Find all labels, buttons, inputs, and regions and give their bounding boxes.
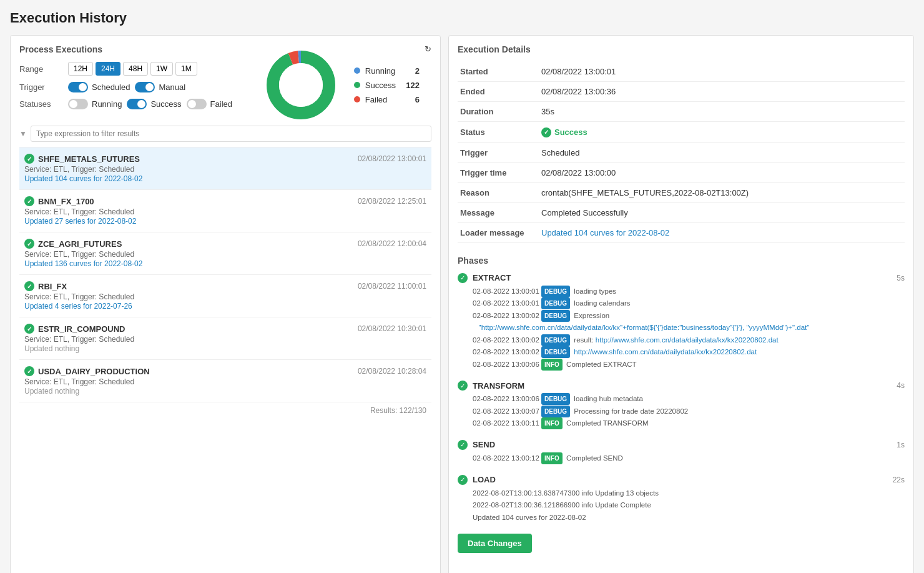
svg-point-3 [279, 63, 323, 107]
range-24h-button[interactable]: 24H [96, 62, 120, 76]
reason-label: Reason [458, 182, 539, 202]
log-line: 02-08-2022 13:00:06 DEBUG loading hub me… [473, 393, 905, 406]
exec-item-zce[interactable]: ✓ ZCE_AGRI_FUTURES 02/08/2022 12:00:04 S… [19, 232, 431, 275]
exec-msg-shfe: Updated 104 curves for 2022-08-02 [24, 174, 426, 183]
exec-name-bnm: ✓ BNM_FX_1700 [24, 196, 94, 206]
range-12h-button[interactable]: 12H [68, 62, 93, 76]
status-value: ✓ Success [539, 122, 905, 143]
log-time: 02-08-2022 13:00:02 [473, 348, 539, 356]
trigger-label: Trigger [19, 82, 63, 92]
exec-name-rbi: ✓ RBI_FX [24, 281, 67, 291]
legend-success-label: Success [365, 81, 396, 90]
ended-value: 02/08/2022 13:00:36 [539, 82, 905, 102]
legend-success-count: 122 [401, 81, 420, 90]
exec-meta-estr: Service: ETL, Trigger: Scheduled [24, 335, 426, 344]
range-buttons: 12H 24H 48H 1W 1M [68, 62, 197, 76]
loader-message-label: Loader message [458, 222, 539, 242]
detail-ended: Ended 02/08/2022 13:00:36 [458, 82, 905, 102]
bottom-name-label: Name [458, 568, 539, 573]
check-icon-usda: ✓ [24, 366, 34, 376]
exec-meta-bnm: Service: ETL, Trigger: Scheduled [24, 207, 426, 216]
log-line: 02-08-2022 13:00:06 INFO Completed EXTRA… [473, 359, 905, 371]
phase-transform-name: TRANSFORM [473, 381, 524, 391]
badge-debug: DEBUG [541, 310, 570, 322]
badge-info: INFO [541, 417, 563, 429]
range-48h-button[interactable]: 48H [123, 62, 148, 76]
log-link: http://www.shfe.com.cn/data/dailydata/kx… [596, 336, 779, 344]
donut-chart [260, 44, 342, 126]
running-toggle[interactable] [68, 99, 88, 109]
exec-item-usda[interactable]: ✓ USDA_DAIRY_PRODUCTION 02/08/2022 10:28… [19, 360, 431, 402]
badge-debug: DEBUG [541, 286, 570, 297]
exec-item-rbi[interactable]: ✓ RBI_FX 02/08/2022 11:00:01 Service: ET… [19, 275, 431, 317]
log-line: Updated 104 curves for 2022-08-02 [473, 512, 905, 524]
range-1w-button[interactable]: 1W [150, 62, 173, 76]
phase-extract: ✓ EXTRACT 5s 02-08-2022 13:00:01 DEBUG l… [458, 273, 905, 371]
scheduled-toggle[interactable] [68, 82, 88, 92]
phase-send-check: ✓ [458, 440, 468, 450]
phases-title: Phases [458, 256, 905, 266]
legend-failed: Failed 6 [354, 95, 420, 104]
running-dot [354, 67, 360, 74]
phase-extract-duration: 5s [897, 274, 905, 282]
phase-extract-logs: 02-08-2022 13:00:01 DEBUG loading types … [473, 286, 905, 371]
phase-send-name: SEND [473, 440, 495, 449]
log-line: 02-08-2022 13:00:12 INFO Completed SEND [473, 452, 905, 465]
status-success-badge: ✓ Success [541, 127, 587, 137]
phase-extract-name: EXTRACT [473, 273, 511, 282]
running-label: Running [92, 99, 122, 109]
filter-icon: ▼ [19, 129, 27, 138]
manual-toggle[interactable] [135, 82, 155, 92]
legend-failed-label: Failed [365, 95, 387, 104]
bottom-name-value: SHFE METALS FUTURES [539, 568, 905, 573]
log-line: 2022-08-02T13:00:13.638747300 info Updat… [473, 487, 905, 500]
log-time: 02-08-2022 13:00:01 [473, 299, 539, 307]
data-changes-button[interactable]: Data Changes [458, 534, 532, 553]
exec-header-bnm: ✓ BNM_FX_1700 02/08/2022 12:25:01 [24, 196, 426, 206]
exec-time-shfe: 02/08/2022 13:00:01 [358, 154, 426, 163]
log-line: 02-08-2022 13:00:02 DEBUG Expression [473, 310, 905, 322]
check-icon-bnm: ✓ [24, 196, 34, 206]
log-link: http://www.shfe.com.cn/data/dailydata/kx… [574, 348, 757, 356]
exec-item-estr[interactable]: ✓ ESTR_IR_COMPOUND 02/08/2022 10:30:01 S… [19, 317, 431, 360]
exec-time-bnm: 02/08/2022 12:25:01 [358, 197, 426, 206]
phase-send: ✓ SEND 1s 02-08-2022 13:00:12 INFO Compl… [458, 440, 905, 465]
trigger-scheduled-group: Scheduled [68, 82, 130, 92]
badge-debug: DEBUG [541, 346, 570, 358]
exec-meta-zce: Service: ETL, Trigger: Scheduled [24, 250, 426, 259]
executions-list: ✓ SHFE_METALS_FUTURES 02/08/2022 13:00:0… [19, 147, 431, 402]
phase-load-check: ✓ [458, 475, 468, 485]
filter-row: ▼ [19, 126, 431, 142]
log-line: 02-08-2022 13:00:02 DEBUG http://www.shf… [473, 346, 905, 359]
success-toggle[interactable] [127, 99, 147, 109]
trigger-detail-value: Scheduled [539, 142, 905, 162]
legend-success: Success 122 [354, 81, 420, 90]
controls-left: Process Executions Range 12H 24H 48H 1W … [19, 44, 254, 116]
failed-toggle[interactable] [187, 99, 207, 109]
check-icon-rbi: ✓ [24, 281, 34, 291]
message-label: Message [458, 202, 539, 222]
exec-time-estr: 02/08/2022 10:30:01 [358, 324, 426, 333]
detail-trigger: Trigger Scheduled [458, 142, 905, 162]
exec-header-zce: ✓ ZCE_AGRI_FUTURES 02/08/2022 12:00:04 [24, 239, 426, 249]
exec-item-shfe[interactable]: ✓ SHFE_METALS_FUTURES 02/08/2022 13:00:0… [19, 147, 431, 190]
phase-load-header: ✓ LOAD 22s [458, 475, 905, 485]
manual-label: Manual [159, 82, 185, 92]
phase-load-name: LOAD [473, 475, 496, 484]
log-line: 02-08-2022 13:00:01 DEBUG loading calend… [473, 297, 905, 310]
trigger-row: Trigger Scheduled Manual [19, 82, 254, 92]
filter-input[interactable] [31, 126, 431, 142]
exec-item-bnm[interactable]: ✓ BNM_FX_1700 02/08/2022 12:25:01 Servic… [19, 190, 431, 232]
failed-status-group: Failed [187, 99, 232, 109]
range-1m-button[interactable]: 1M [175, 62, 197, 76]
exec-meta-shfe: Service: ETL, Trigger: Scheduled [24, 165, 426, 174]
check-icon-shfe: ✓ [24, 154, 34, 164]
phase-extract-check: ✓ [458, 273, 468, 283]
phase-transform-duration: 4s [897, 381, 905, 390]
exec-msg-rbi: Updated 4 series for 2022-07-26 [24, 302, 426, 311]
refresh-btn[interactable]: ↻ [425, 44, 431, 54]
execution-details-title: Execution Details [458, 44, 905, 54]
started-value: 02/08/2022 13:00:01 [539, 62, 905, 82]
trigger-time-value: 02/08/2022 13:00:00 [539, 162, 905, 182]
exec-time-rbi: 02/08/2022 11:00:01 [358, 282, 426, 291]
